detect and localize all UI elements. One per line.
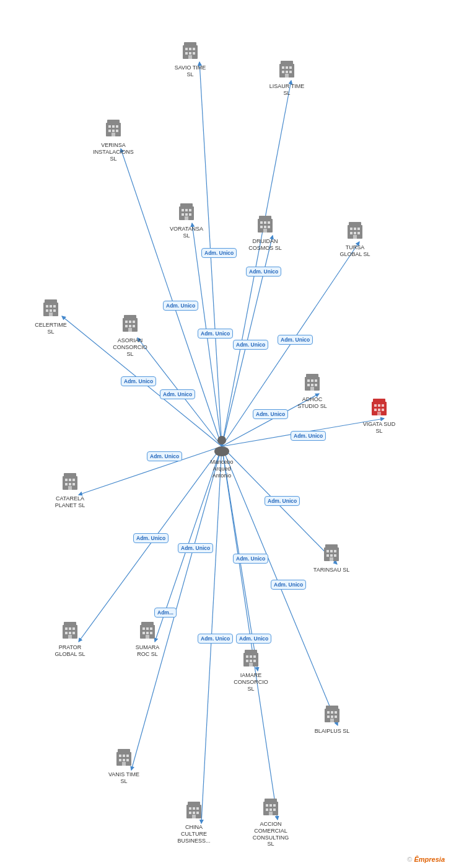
building-icon-catarela	[60, 471, 80, 494]
svg-rect-113	[72, 479, 75, 481]
svg-rect-178	[193, 812, 195, 814]
svg-rect-111	[65, 479, 68, 481]
svg-rect-94	[311, 379, 313, 382]
svg-rect-143	[150, 632, 152, 634]
adm-badge-b1: Adm. Unico	[201, 248, 237, 258]
node-china[interactable]: CHINA CULTURE BUSINESS...	[175, 800, 212, 844]
adm-badge-b18: Adm. Unico	[198, 634, 233, 644]
svg-rect-149	[253, 655, 256, 658]
building-icon-adhoc	[302, 372, 322, 395]
node-voratansa[interactable]: VORATANSA SL	[168, 202, 205, 239]
building-icon-verinsa	[103, 118, 123, 141]
adm-badge-b10: Adm. Unico	[291, 431, 326, 441]
svg-rect-20	[184, 42, 196, 46]
svg-rect-77	[53, 305, 56, 308]
svg-rect-72	[353, 235, 357, 239]
svg-rect-153	[249, 663, 253, 666]
svg-rect-96	[307, 384, 310, 386]
svg-rect-114	[65, 483, 68, 485]
node-savio[interactable]: SAVIO TIME SL	[172, 40, 209, 78]
node-adhoc[interactable]: ADHOC STUDIO SL	[294, 372, 331, 410]
building-icon-lisaur	[277, 59, 297, 82]
node-tarinsau[interactable]: TARINSAU SL	[313, 542, 350, 574]
svg-rect-93	[307, 379, 310, 382]
svg-rect-21	[185, 48, 188, 50]
building-icon-savio	[180, 40, 200, 63]
svg-rect-83	[124, 315, 136, 319]
svg-rect-63	[263, 229, 267, 232]
node-tursa[interactable]: TURSA GLOBAL SL	[336, 220, 374, 258]
node-vanis[interactable]: VANIS TIME SL	[105, 747, 142, 785]
svg-rect-156	[327, 711, 330, 714]
svg-rect-23	[193, 48, 195, 50]
svg-rect-144	[146, 635, 149, 639]
svg-rect-61	[264, 226, 266, 228]
svg-rect-33	[282, 71, 284, 73]
svg-rect-31	[286, 66, 288, 69]
svg-rect-139	[146, 627, 149, 630]
svg-line-2	[121, 149, 222, 446]
node-celertime[interactable]: CELERTIME SL	[32, 298, 69, 335]
svg-rect-27	[188, 55, 192, 59]
node-asorian[interactable]: ASORIAN CONSORCIO SL	[112, 313, 149, 357]
svg-rect-53	[189, 213, 191, 216]
svg-rect-51	[182, 213, 184, 216]
building-icon-accion	[261, 797, 281, 820]
svg-rect-187	[269, 808, 272, 811]
node-label-lisaur: LISAUR TIME SL	[268, 83, 305, 97]
building-icon-voratansa	[177, 202, 196, 224]
node-label-tarinsau: TARINSAU SL	[313, 567, 349, 574]
svg-rect-98	[315, 384, 317, 386]
svg-rect-60	[260, 226, 263, 228]
node-verinsa[interactable]: VERINSA INSTALACIONS SL	[95, 118, 132, 162]
svg-rect-101	[373, 399, 385, 403]
svg-rect-112	[69, 479, 71, 481]
svg-rect-138	[142, 627, 145, 630]
svg-rect-157	[331, 711, 333, 714]
svg-rect-120	[326, 550, 329, 552]
svg-line-1	[222, 81, 291, 446]
svg-rect-171	[122, 762, 126, 766]
svg-rect-177	[189, 812, 191, 814]
svg-rect-125	[334, 554, 336, 557]
node-accion[interactable]: ACCION COMERCIAL CONSULTING SL	[252, 797, 289, 848]
node-label-asorian: ASORIAN CONSORCIO SL	[112, 337, 149, 357]
svg-rect-147	[246, 655, 248, 658]
node-vigata[interactable]: VIGATA SUD SL	[361, 397, 398, 435]
svg-rect-67	[354, 228, 356, 230]
svg-rect-107	[382, 409, 384, 411]
node-druidan[interactable]: DRUIDAN COSMOS SL	[247, 214, 284, 252]
node-prator[interactable]: PRATOR GLOBAL SL	[51, 620, 89, 658]
svg-rect-75	[46, 305, 48, 308]
svg-rect-50	[189, 209, 191, 211]
adm-badge-b14: Adm. Unico	[178, 543, 213, 553]
building-icon-asorian	[120, 313, 140, 336]
svg-rect-129	[65, 627, 68, 630]
svg-rect-48	[182, 209, 184, 211]
svg-rect-59	[268, 221, 270, 224]
node-iamare[interactable]: IAMARE CONSORCIO SL	[232, 648, 269, 692]
svg-rect-68	[357, 228, 360, 230]
svg-rect-119	[325, 544, 338, 549]
adm-badge-b17: Adm...	[154, 608, 177, 618]
node-catarela[interactable]: CATARELA PLANET SL	[51, 471, 89, 509]
node-sumara[interactable]: SUMARA ROC SL	[129, 620, 166, 658]
svg-rect-170	[126, 759, 129, 761]
svg-rect-158	[335, 711, 337, 714]
svg-rect-186	[266, 808, 268, 811]
svg-rect-167	[126, 755, 129, 757]
svg-rect-26	[193, 52, 195, 55]
center-node[interactable]: Mancebo Arqued Antonio	[203, 434, 240, 479]
svg-rect-54	[185, 216, 188, 220]
svg-rect-162	[330, 719, 334, 722]
svg-rect-76	[50, 305, 52, 308]
node-blaiplus[interactable]: BLAIPLUS SL	[313, 704, 351, 735]
svg-rect-35	[289, 71, 292, 73]
node-lisaur[interactable]: LISAUR TIME SL	[268, 59, 305, 97]
svg-rect-155	[326, 706, 338, 710]
svg-rect-74	[45, 299, 57, 304]
svg-rect-152	[253, 660, 256, 662]
building-icon-vigata	[369, 397, 389, 420]
svg-rect-45	[112, 133, 115, 136]
svg-rect-103	[378, 404, 380, 407]
